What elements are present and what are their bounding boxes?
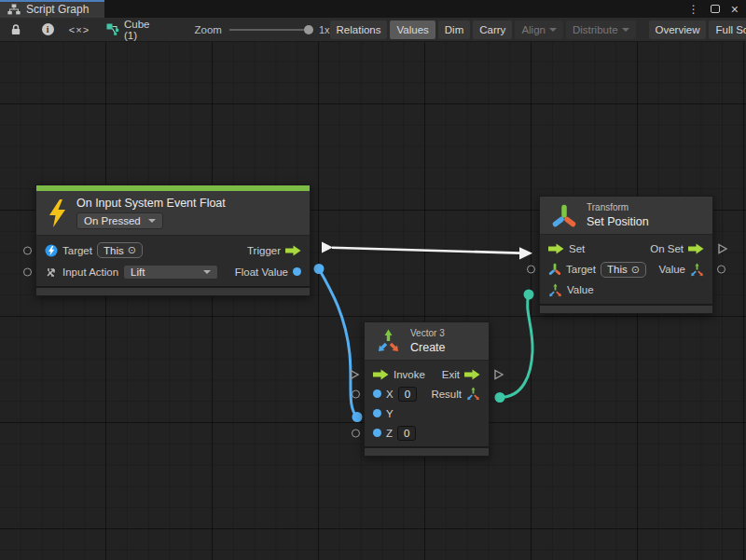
variables-button[interactable]: <×> bbox=[67, 20, 91, 39]
overview-button[interactable]: Overview bbox=[649, 20, 707, 39]
row-invoke: Invoke Exit bbox=[365, 364, 489, 384]
dim-button[interactable]: Dim bbox=[438, 20, 470, 39]
maximize-icon[interactable] bbox=[711, 5, 720, 13]
node-header: Transform Set Position bbox=[540, 197, 712, 235]
vector3-icon bbox=[376, 329, 401, 353]
port-float-value-out[interactable] bbox=[314, 264, 325, 274]
view-toggle-buttons: Relations Values Dim Carry Align Distrib… bbox=[330, 20, 746, 39]
value-dot-icon bbox=[373, 409, 381, 417]
zoom-slider-handle[interactable] bbox=[304, 25, 313, 34]
vector3-icon bbox=[548, 283, 562, 297]
port-result-out[interactable] bbox=[495, 392, 505, 403]
chevron-down-icon bbox=[148, 219, 156, 223]
flow-arrow-icon bbox=[285, 245, 301, 256]
value-dot-icon bbox=[373, 389, 381, 398]
transform-gizmo-icon bbox=[551, 203, 577, 228]
align-button[interactable]: Align bbox=[515, 20, 563, 39]
flow-arrow-icon bbox=[688, 243, 704, 254]
port-y-in[interactable] bbox=[352, 412, 363, 422]
input-action-dropdown[interactable]: Lift bbox=[123, 265, 218, 280]
window-controls: ⋮ × bbox=[688, 0, 746, 18]
event-mode-dropdown[interactable]: On Pressed bbox=[76, 212, 163, 229]
node-header: Vector 3 Create bbox=[365, 322, 489, 361]
node-on-input-system-event-float[interactable]: On Input System Event Float On Pressed T… bbox=[35, 184, 311, 296]
flow-arrow-icon bbox=[373, 369, 389, 380]
graph-icon bbox=[7, 4, 21, 15]
node-title: Create bbox=[410, 341, 446, 354]
row-value: Value bbox=[540, 280, 712, 300]
graph-toolbar: i <×> Cube (1) Zoom 1x Relations bbox=[0, 18, 746, 42]
port-value-in[interactable] bbox=[524, 290, 534, 300]
tab-title: Script Graph bbox=[26, 3, 89, 16]
input-system-icon bbox=[45, 244, 58, 257]
x-value-field[interactable]: 0 bbox=[398, 387, 417, 402]
menu-icon[interactable]: ⋮ bbox=[688, 4, 699, 15]
wire-result-to-value[interactable] bbox=[495, 290, 534, 403]
vector3-icon bbox=[690, 263, 704, 277]
transform-gizmo-icon bbox=[548, 263, 561, 276]
distribute-button[interactable]: Distribute bbox=[566, 20, 636, 39]
chevron-down-icon bbox=[622, 28, 629, 32]
row-target: Target This ⊙ Trigger bbox=[36, 239, 310, 261]
wire-floatvalue-to-y[interactable] bbox=[314, 264, 363, 422]
target-picker-icon[interactable]: ⊙ bbox=[128, 244, 136, 256]
port-value-out[interactable] bbox=[717, 266, 725, 274]
tab-script-graph[interactable]: Script Graph bbox=[0, 0, 104, 18]
flow-arrow-icon bbox=[464, 369, 480, 380]
float-value-dot-icon bbox=[293, 267, 301, 276]
port-invoke-in[interactable] bbox=[349, 369, 360, 380]
row-y: Y bbox=[365, 403, 489, 423]
values-button[interactable]: Values bbox=[390, 20, 435, 39]
row-x: X 0 Result bbox=[365, 384, 489, 403]
port-target-in[interactable] bbox=[23, 246, 32, 254]
z-value-field[interactable]: 0 bbox=[397, 426, 416, 441]
input-action-icon bbox=[45, 266, 58, 279]
lock-button[interactable] bbox=[4, 20, 28, 39]
port-transform-target-in[interactable] bbox=[527, 266, 535, 274]
chevron-down-icon bbox=[203, 270, 211, 274]
row-z: Z 0 bbox=[365, 423, 489, 443]
row-set: Set On Set bbox=[540, 239, 712, 259]
node-footer bbox=[36, 286, 310, 295]
zoom-slider[interactable] bbox=[229, 24, 311, 35]
zoom-value: 1x bbox=[319, 24, 330, 35]
target-picker-icon[interactable]: ⊙ bbox=[631, 264, 640, 276]
wire-trigger-to-set[interactable] bbox=[322, 242, 532, 260]
graph-canvas[interactable]: On Input System Event Float On Pressed T… bbox=[0, 42, 746, 560]
node-title: Set Position bbox=[587, 215, 649, 228]
node-category: Vector 3 bbox=[410, 328, 446, 338]
vector3-icon bbox=[466, 387, 480, 401]
node-set-position[interactable]: Transform Set Position Set On Set bbox=[539, 196, 713, 314]
row-target: Target This ⊙ Value bbox=[540, 259, 712, 280]
flow-arrow-icon bbox=[548, 243, 564, 254]
row-input-action: Input Action Lift Float Value bbox=[36, 261, 310, 282]
port-on-set-out[interactable] bbox=[717, 243, 728, 254]
target-this-field[interactable]: This ⊙ bbox=[601, 262, 646, 278]
graph-owner-icon bbox=[106, 23, 119, 35]
carry-button[interactable]: Carry bbox=[473, 20, 512, 39]
variables-icon: <×> bbox=[56, 24, 103, 35]
fullscreen-button[interactable]: Full Screen bbox=[709, 20, 746, 39]
zoom-slider-track bbox=[229, 29, 311, 31]
port-input-action-in[interactable] bbox=[23, 267, 32, 276]
target-this-field[interactable]: This ⊙ bbox=[97, 242, 143, 258]
port-z-in[interactable] bbox=[352, 429, 360, 437]
node-footer bbox=[540, 304, 712, 313]
relations-button[interactable]: Relations bbox=[330, 20, 388, 39]
lightning-bolt-icon bbox=[48, 199, 67, 227]
graph-breadcrumb[interactable]: Cube (1) bbox=[99, 19, 158, 41]
port-exit-out[interactable] bbox=[493, 369, 504, 380]
lock-icon bbox=[10, 23, 21, 35]
port-x-in[interactable] bbox=[352, 389, 360, 398]
graph-name: Cube (1) bbox=[124, 19, 150, 41]
node-header: On Input System Event Float On Pressed bbox=[36, 191, 310, 236]
node-title: On Input System Event Float bbox=[76, 197, 226, 210]
node-category: Transform bbox=[587, 202, 649, 212]
value-dot-icon bbox=[373, 429, 381, 437]
close-icon[interactable]: × bbox=[731, 3, 739, 16]
info-icon: i bbox=[42, 23, 54, 35]
node-vector3-create[interactable]: Vector 3 Create Invoke bbox=[364, 321, 490, 457]
zoom-control: Zoom 1x bbox=[195, 24, 330, 35]
tab-bar: Script Graph ⋮ × bbox=[0, 0, 746, 18]
zoom-label: Zoom bbox=[195, 24, 222, 35]
